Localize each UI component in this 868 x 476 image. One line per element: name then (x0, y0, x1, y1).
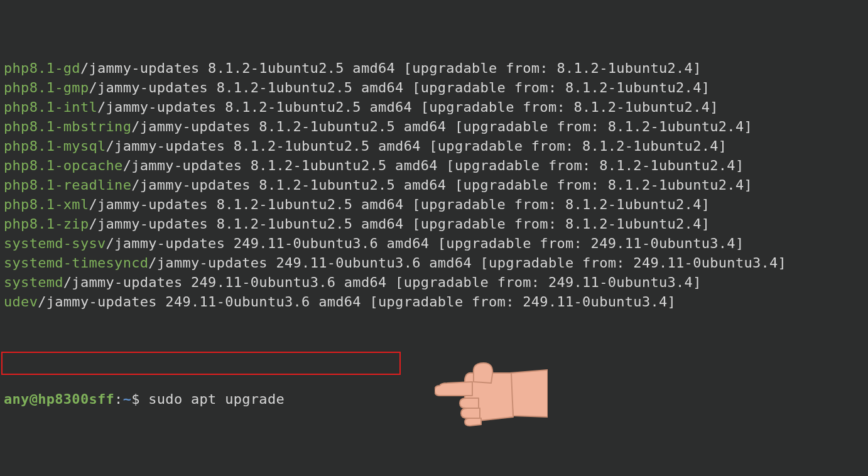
package-info: /jammy-updates 249.11-0ubuntu3.6 amd64 [… (148, 255, 786, 271)
package-name: php8.1-opcache (4, 158, 123, 173)
annotation-highlight-box (1, 352, 401, 375)
upgradable-package-line: systemd/jammy-updates 249.11-0ubuntu3.6 … (4, 273, 864, 292)
package-info: /jammy-updates 249.11-0ubuntu3.6 amd64 [… (106, 235, 744, 251)
package-name: systemd (4, 274, 63, 290)
package-info: /jammy-updates 249.11-0ubuntu3.6 amd64 [… (38, 294, 676, 310)
package-name: php8.1-gd (4, 60, 80, 76)
package-info: /jammy-updates 8.1.2-1ubuntu2.5 amd64 [u… (131, 119, 752, 134)
package-info: /jammy-updates 8.1.2-1ubuntu2.5 amd64 [u… (89, 216, 710, 232)
package-info: /jammy-updates 8.1.2-1ubuntu2.5 amd64 [u… (123, 158, 744, 173)
prompt-dollar: $ (131, 391, 148, 407)
terminal-output[interactable]: php8.1-gd/jammy-updates 8.1.2-1ubuntu2.5… (0, 0, 868, 476)
prompt-cwd: ~ (123, 391, 132, 407)
upgradable-package-line: php8.1-gmp/jammy-updates 8.1.2-1ubuntu2.… (4, 78, 864, 97)
package-info: /jammy-updates 8.1.2-1ubuntu2.5 amd64 [u… (106, 138, 727, 154)
package-name: php8.1-readline (4, 177, 131, 193)
prompt-line-1: any@hp8300sff:~$ sudo apt upgrade (4, 389, 864, 409)
package-name: systemd-timesyncd (4, 255, 148, 271)
package-info: /jammy-updates 8.1.2-1ubuntu2.5 amd64 [u… (131, 177, 752, 193)
prompt-sep: : (114, 391, 123, 407)
package-info: /jammy-updates 8.1.2-1ubuntu2.5 amd64 [u… (89, 80, 710, 95)
upgradable-package-line: php8.1-mysql/jammy-updates 8.1.2-1ubuntu… (4, 136, 864, 156)
package-name: php8.1-zip (4, 216, 89, 232)
command-text: sudo apt upgrade (148, 391, 285, 407)
upgradable-package-line: udev/jammy-updates 249.11-0ubuntu3.6 amd… (4, 292, 864, 311)
upgradable-package-line: systemd-sysv/jammy-updates 249.11-0ubunt… (4, 234, 864, 253)
upgradable-package-line: php8.1-opcache/jammy-updates 8.1.2-1ubun… (4, 156, 864, 175)
prompt-userhost: any@hp8300sff (4, 391, 114, 407)
upgradable-package-line: php8.1-readline/jammy-updates 8.1.2-1ubu… (4, 175, 864, 195)
upgradable-package-line: php8.1-intl/jammy-updates 8.1.2-1ubuntu2… (4, 97, 864, 117)
package-info: /jammy-updates 8.1.2-1ubuntu2.5 amd64 [u… (80, 60, 702, 76)
package-name: php8.1-xml (4, 197, 89, 212)
package-info: /jammy-updates 8.1.2-1ubuntu2.5 amd64 [u… (89, 197, 710, 212)
upgradable-package-line: php8.1-gd/jammy-updates 8.1.2-1ubuntu2.5… (4, 58, 864, 78)
package-info: /jammy-updates 8.1.2-1ubuntu2.5 amd64 [u… (97, 99, 719, 115)
upgradable-package-line: php8.1-xml/jammy-updates 8.1.2-1ubuntu2.… (4, 195, 864, 214)
package-name: php8.1-intl (4, 99, 97, 115)
package-name: udev (4, 294, 38, 310)
package-info: /jammy-updates 249.11-0ubuntu3.6 amd64 [… (63, 274, 702, 290)
upgradable-package-line: php8.1-mbstring/jammy-updates 8.1.2-1ubu… (4, 117, 864, 136)
package-name: php8.1-mbstring (4, 119, 131, 134)
package-name: php8.1-gmp (4, 80, 89, 95)
upgradable-package-line: systemd-timesyncd/jammy-updates 249.11-0… (4, 253, 864, 273)
package-name: systemd-sysv (4, 235, 106, 251)
upgradable-package-line: php8.1-zip/jammy-updates 8.1.2-1ubuntu2.… (4, 214, 864, 234)
package-name: php8.1-mysql (4, 138, 106, 154)
